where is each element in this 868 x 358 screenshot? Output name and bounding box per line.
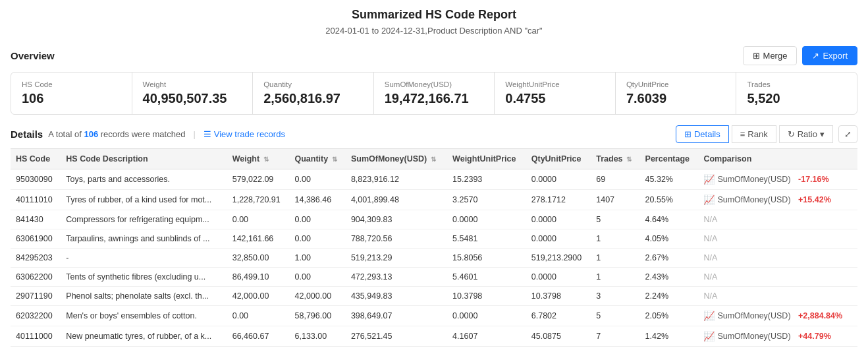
table-header-row: HS Code HS Code Description Weight ⇅ Qua… bbox=[11, 149, 857, 169]
cell-qty-unit-price: 45.0875 bbox=[526, 326, 591, 347]
table-row: 63062200 Tents of synthetic fibres (excl… bbox=[11, 268, 857, 287]
cell-hs-code: 84295203 bbox=[11, 249, 61, 268]
stats-row: HS Code 106 Weight 40,950,507.35 Quantit… bbox=[11, 72, 857, 115]
cell-comparison: N/A bbox=[698, 249, 857, 268]
cell-trades: 5 bbox=[591, 306, 639, 326]
view-trade-records-link[interactable]: ☰ View trade records bbox=[203, 129, 285, 139]
stat-card-trades: Trades 5,520 bbox=[736, 73, 857, 114]
cell-trades: 5 bbox=[591, 210, 639, 229]
col-quantity[interactable]: Quantity ⇅ bbox=[290, 149, 346, 169]
col-description: HS Code Description bbox=[61, 149, 227, 169]
cell-hs-code: 841430 bbox=[11, 210, 61, 229]
stat-card-hs-code: HS Code 106 bbox=[11, 73, 132, 114]
export-button[interactable]: ↗ Export bbox=[802, 46, 857, 65]
col-trades[interactable]: Trades ⇅ bbox=[591, 149, 639, 169]
cell-sum-money: 4,001,899.48 bbox=[346, 190, 447, 210]
cell-trades: 3 bbox=[591, 287, 639, 306]
merge-icon: ⊞ bbox=[753, 51, 760, 61]
cell-quantity: 0.00 bbox=[290, 169, 346, 190]
cell-percentage: 2.43% bbox=[640, 268, 699, 287]
table-row: 40111010 Tyres of rubber, of a kind used… bbox=[11, 190, 857, 210]
table-row: 95030090 Toys, parts and accessories. 57… bbox=[11, 169, 857, 190]
cell-description: Tents of synthetic fibres (excluding u..… bbox=[61, 268, 227, 287]
data-table: HS Code HS Code Description Weight ⇅ Qua… bbox=[11, 148, 857, 347]
details-label: Details bbox=[11, 129, 43, 140]
col-qty-unit-price: QtyUnitPrice bbox=[526, 149, 591, 169]
fullscreen-icon: ⤢ bbox=[844, 129, 852, 139]
cell-weight-unit-price: 5.5481 bbox=[447, 229, 526, 249]
tab-rank[interactable]: ≡ Rank bbox=[732, 125, 776, 143]
col-sum-money[interactable]: SumOfMoney(USD) ⇅ bbox=[346, 149, 447, 169]
list-icon: ☰ bbox=[203, 129, 211, 139]
col-comparison: Comparison bbox=[698, 149, 857, 169]
cell-comparison: N/A bbox=[698, 210, 857, 229]
cell-weight: 42,000.00 bbox=[227, 287, 290, 306]
cell-weight-unit-price: 15.8056 bbox=[447, 249, 526, 268]
col-weight[interactable]: Weight ⇅ bbox=[227, 149, 290, 169]
stat-card-qtyunitprice: QtyUnitPrice 7.6039 bbox=[616, 73, 737, 114]
cell-quantity: 14,386.46 bbox=[290, 190, 346, 210]
cell-percentage: 4.64% bbox=[640, 210, 699, 229]
cell-hs-code: 29071190 bbox=[11, 287, 61, 306]
cell-qty-unit-price: 10.3798 bbox=[526, 287, 591, 306]
report-title: Summarized HS Code Report bbox=[11, 8, 857, 22]
cell-percentage: 45.32% bbox=[640, 169, 699, 190]
cell-weight: 579,022.09 bbox=[227, 169, 290, 190]
cell-hs-code: 63062200 bbox=[11, 268, 61, 287]
cell-description: Tarpaulins, awnings and sunblinds of ... bbox=[61, 229, 227, 249]
cell-weight-unit-price: 3.2570 bbox=[447, 190, 526, 210]
cell-hs-code: 40111010 bbox=[11, 190, 61, 210]
cell-sum-money: 519,213.29 bbox=[346, 249, 447, 268]
table-row: 62032200 Men's or boys' ensembles of cot… bbox=[11, 306, 857, 326]
match-text: A total of 106 records were matched bbox=[48, 129, 185, 139]
trend-icon: 📈 bbox=[703, 311, 715, 321]
expand-button[interactable]: ⤢ bbox=[838, 125, 857, 143]
cell-qty-unit-price: 519,213.2900 bbox=[526, 249, 591, 268]
cell-percentage: 2.05% bbox=[640, 306, 699, 326]
merge-button[interactable]: ⊞ Merge bbox=[743, 46, 798, 65]
cell-quantity: 0.00 bbox=[290, 210, 346, 229]
cell-sum-money: 398,649.07 bbox=[346, 306, 447, 326]
table-row: 40111000 New pneumatic tyres, of rubber,… bbox=[11, 326, 857, 347]
cell-percentage: 2.67% bbox=[640, 249, 699, 268]
stat-card-weight: Weight 40,950,507.35 bbox=[132, 73, 254, 114]
cell-description: New pneumatic tyres, of rubber, of a k..… bbox=[61, 326, 227, 347]
cell-description: Men's or boys' ensembles of cotton. bbox=[61, 306, 227, 326]
cell-comparison: N/A bbox=[698, 268, 857, 287]
rank-tab-icon: ≡ bbox=[740, 129, 746, 139]
cell-comparison: 📈SumOfMoney(USD) -17.16% bbox=[698, 169, 857, 190]
cell-trades: 1 bbox=[591, 229, 639, 249]
cell-weight: 32,850.00 bbox=[227, 249, 290, 268]
cell-trades: 69 bbox=[591, 169, 639, 190]
cell-sum-money: 8,823,916.12 bbox=[346, 169, 447, 190]
cell-hs-code: 62032200 bbox=[11, 306, 61, 326]
cell-weight: 66,460.67 bbox=[227, 326, 290, 347]
cell-weight: 0.00 bbox=[227, 306, 290, 326]
cell-comparison: 📈SumOfMoney(USD) +15.42% bbox=[698, 190, 857, 210]
cell-percentage: 1.42% bbox=[640, 326, 699, 347]
stat-card-quantity: Quantity 2,560,816.97 bbox=[253, 73, 374, 114]
cell-qty-unit-price: 278.1712 bbox=[526, 190, 591, 210]
cell-trades: 1 bbox=[591, 268, 639, 287]
cell-weight: 142,161.66 bbox=[227, 229, 290, 249]
tab-ratio[interactable]: ↻ Ratio ▾ bbox=[779, 125, 833, 143]
cell-hs-code: 63061900 bbox=[11, 229, 61, 249]
table-row: 841430 Compressors for refrigerating equ… bbox=[11, 210, 857, 229]
cell-trades: 1407 bbox=[591, 190, 639, 210]
cell-description: Toys, parts and accessories. bbox=[61, 169, 227, 190]
cell-quantity: 42,000.00 bbox=[290, 287, 346, 306]
table-row: 84295203 - 32,850.00 1.00 519,213.29 15.… bbox=[11, 249, 857, 268]
cell-qty-unit-price: 0.0000 bbox=[526, 210, 591, 229]
col-weight-unit-price: WeightUnitPrice bbox=[447, 149, 526, 169]
cell-percentage: 20.55% bbox=[640, 190, 699, 210]
cell-quantity: 0.00 bbox=[290, 229, 346, 249]
chevron-down-icon: ▾ bbox=[820, 129, 825, 139]
cell-weight: 1,228,720.91 bbox=[227, 190, 290, 210]
col-hs-code: HS Code bbox=[11, 149, 61, 169]
stat-card-sumofmoney-usd-: SumOfMoney(USD) 19,472,166.71 bbox=[374, 73, 495, 114]
cell-comparison: N/A bbox=[698, 229, 857, 249]
cell-weight-unit-price: 5.4601 bbox=[447, 268, 526, 287]
tab-details[interactable]: ⊞ Details bbox=[676, 125, 729, 143]
cell-description: - bbox=[61, 249, 227, 268]
export-icon: ↗ bbox=[812, 51, 819, 61]
